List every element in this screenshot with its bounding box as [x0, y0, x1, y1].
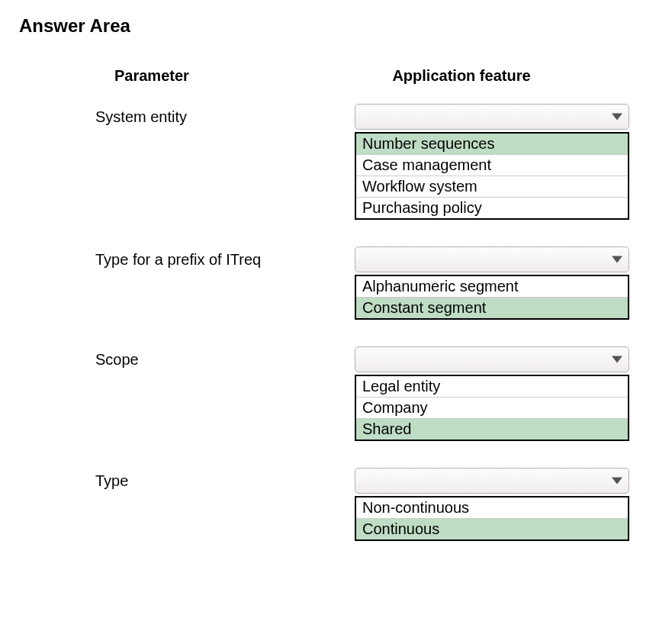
dropdown-select[interactable] — [355, 468, 629, 494]
feature-header: Application feature — [301, 67, 622, 85]
dropdown-option[interactable]: Workflow system — [356, 176, 628, 198]
dropdown-select[interactable] — [355, 346, 629, 372]
chevron-down-icon — [612, 478, 622, 485]
dropdown-select[interactable] — [355, 104, 629, 130]
dropdown-options: Alphanumeric segment Constant segment — [355, 275, 629, 320]
parameter-label: Type for a prefix of ITreq — [19, 246, 301, 269]
dropdown-option[interactable]: Company — [356, 398, 628, 419]
dropdown-select[interactable] — [355, 246, 629, 272]
parameter-label: System entity — [19, 104, 301, 126]
dropdown-option[interactable]: Non-continuous — [356, 498, 628, 519]
dropdown-option[interactable]: Constant segment — [356, 298, 628, 318]
dropdown-option[interactable]: Alphanumeric segment — [356, 276, 628, 298]
dropdown-option[interactable]: Case management — [356, 155, 628, 176]
dropdown-option[interactable]: Legal entity — [356, 376, 628, 398]
chevron-down-icon — [612, 356, 622, 363]
parameter-label: Scope — [19, 346, 301, 369]
parameter-header: Parameter — [19, 67, 301, 85]
answer-row: Scope Legal entity Company Shared — [19, 346, 657, 441]
dropdown-option[interactable]: Number sequences — [356, 134, 628, 155]
chevron-down-icon — [612, 256, 622, 263]
chevron-down-icon — [612, 114, 622, 121]
answer-row: System entity Number sequences Case mana… — [19, 104, 657, 220]
dropdown-options: Legal entity Company Shared — [355, 375, 629, 441]
column-headers: Parameter Application feature — [19, 67, 657, 85]
dropdown-options: Number sequences Case management Workflo… — [355, 132, 629, 220]
dropdown-option[interactable]: Purchasing policy — [356, 198, 628, 218]
answer-row: Type Non-continuous Continuous — [19, 468, 657, 541]
dropdown-option[interactable]: Shared — [356, 419, 628, 440]
page-title: Answer Area — [19, 15, 657, 37]
dropdown-option[interactable]: Continuous — [356, 519, 628, 539]
answer-row: Type for a prefix of ITreq Alphanumeric … — [19, 246, 657, 320]
parameter-label: Type — [19, 468, 301, 490]
dropdown-options: Non-continuous Continuous — [355, 496, 629, 541]
